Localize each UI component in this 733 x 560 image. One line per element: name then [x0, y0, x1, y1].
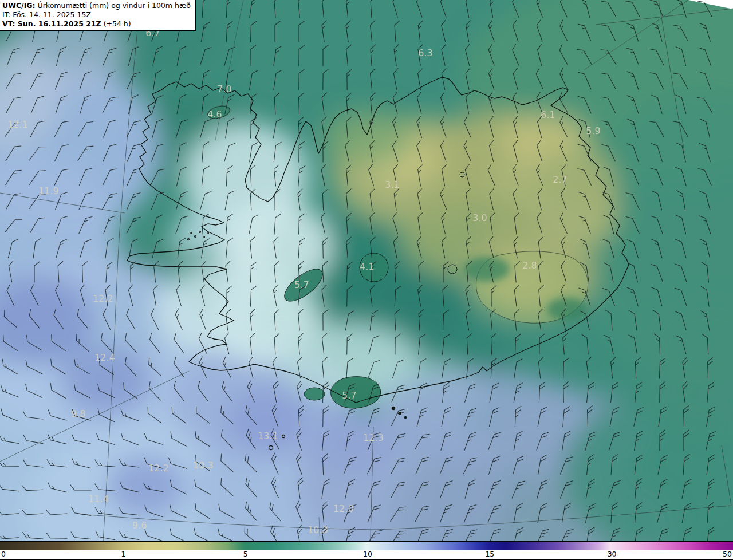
valid-offset: (+54 h)	[104, 19, 131, 28]
colorbar-tick: 1	[121, 550, 125, 558]
title-box: UWC/IG: Úrkomumætti (mm) og vindur i 100…	[0, 0, 196, 31]
title-line-valid: VT: Sun. 16.11.2025 21Z (+54 h)	[2, 19, 191, 29]
precip-value-label: 2.7	[553, 174, 567, 185]
precip-value-label: 9.8	[71, 408, 85, 419]
precip-value-label: 9.6	[132, 520, 147, 531]
precip-value-label: 7.0	[217, 84, 231, 94]
colorbar-tick: 15	[485, 550, 494, 558]
precip-value-label: 12.0	[333, 503, 354, 514]
colorbar-tick: 30	[608, 550, 617, 558]
precip-value-label: 4.6	[207, 109, 222, 120]
precip-value-label: 3.1	[385, 179, 399, 190]
precip-value-label: 3.0	[472, 212, 487, 223]
precip-value-label: 12.2	[93, 293, 113, 304]
precip-value-label: 12.1	[7, 119, 28, 130]
precip-value-label: 2.8	[522, 260, 537, 271]
precip-value-label: 12.2	[148, 463, 169, 474]
precip-value-label: 5.7	[342, 390, 356, 401]
precip-value-label: 10.3	[308, 524, 328, 535]
precip-value-label: 11.9	[38, 186, 59, 196]
colorbar-tick: 50	[723, 550, 732, 558]
title-line-init: IT: Fös. 14. 11. 2025 15Z	[2, 10, 191, 19]
product-subtitle: Úrkomumætti (mm) og vindur i 100m hæð	[38, 1, 191, 10]
valid-time: VT: Sun. 16.11.2025 21Z	[2, 19, 101, 28]
precip-value-label: 12.3	[363, 432, 384, 443]
title-line-product: UWC/IG: Úrkomumætti (mm) og vindur i 100…	[2, 1, 191, 10]
precip-value-label: 11.4	[88, 494, 109, 504]
colorbar-tick: 10	[363, 550, 372, 558]
precip-value-label: 6.1	[541, 109, 555, 120]
colorbar: 01510153050	[0, 541, 733, 560]
product-id: UWC/IG:	[2, 1, 36, 10]
precip-value-label: 12.4	[94, 352, 115, 363]
colorbar-tick: 0	[1, 550, 6, 558]
precip-value-label: 6.3	[418, 48, 432, 58]
weather-map: 6.76.37.04.612.16.15.911.92.73.13.02.84.…	[0, 0, 733, 560]
iceland-precip-wind-map: 6.76.37.04.612.16.15.911.92.73.13.02.84.…	[0, 0, 733, 560]
precip-value-label: 5.7	[294, 279, 309, 290]
colorbar-ticks: 01510153050	[0, 550, 733, 560]
precip-value-label: 4.1	[360, 261, 374, 272]
precip-value-label: 13.1	[258, 431, 278, 441]
precip-value-label: 10.3	[193, 460, 214, 471]
precip-value-label: 5.9	[586, 125, 600, 136]
colorbar-tick: 5	[243, 550, 248, 558]
